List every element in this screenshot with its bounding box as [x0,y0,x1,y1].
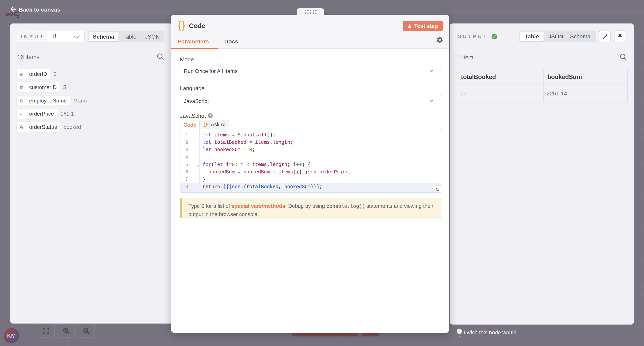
svg-text:?: ? [209,114,211,118]
